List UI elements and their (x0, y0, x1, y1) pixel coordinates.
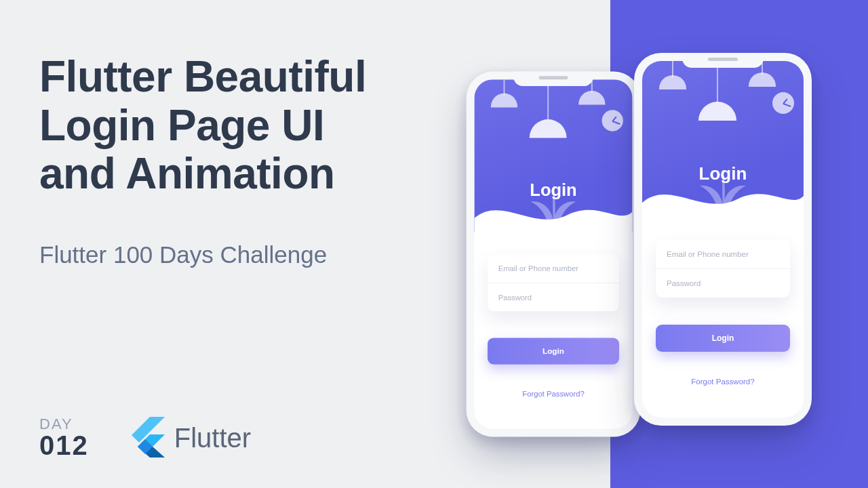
wave-divider (642, 176, 804, 218)
title-line-1: Flutter Beautiful (39, 53, 419, 102)
forgot-password-link[interactable]: Forgot Password? (488, 390, 619, 398)
subtitle: Flutter 100 Days Challenge (39, 241, 327, 268)
login-hero: Login (642, 61, 804, 217)
lamp-icon (672, 61, 673, 77)
login-button[interactable]: Login (488, 338, 619, 364)
phone-screen: Login Email or Phone number Password Log… (642, 61, 804, 418)
forgot-password-link[interactable]: Forgot Password? (656, 378, 790, 386)
phone-mockup-front: Login Email or Phone number Password Log… (634, 53, 812, 426)
day-number: 012 (39, 430, 89, 461)
password-field[interactable]: Password (656, 269, 790, 298)
flutter-logo-icon (130, 417, 165, 460)
main-title: Flutter Beautiful Login Page UI and Anim… (39, 53, 419, 199)
lamp-icon (504, 79, 505, 96)
thumbnail-canvas: Flutter Beautiful Login Page UI and Anim… (0, 0, 868, 488)
flutter-wordmark: Flutter (174, 423, 251, 453)
login-form: Email or Phone number Password Login For… (642, 217, 804, 386)
clock-icon (772, 92, 794, 114)
title-line-2: Login Page UI (39, 102, 419, 150)
login-button[interactable]: Login (656, 325, 790, 352)
input-card: Email or Phone number Password (656, 240, 790, 298)
clock-icon (602, 110, 623, 131)
day-counter: DAY 012 (39, 415, 89, 461)
flutter-brand: Flutter (130, 417, 251, 460)
wave-divider (474, 192, 632, 233)
title-line-3: and Animation (39, 150, 419, 199)
login-hero: Login (474, 79, 632, 232)
email-field[interactable]: Email or Phone number (488, 255, 619, 283)
phone-notch (513, 72, 593, 87)
input-card: Email or Phone number Password (488, 255, 619, 311)
footer-row: DAY 012 Flutter (39, 415, 251, 461)
password-field[interactable]: Password (488, 283, 619, 311)
phone-screen: Login Email or Phone number Password Log… (474, 79, 632, 428)
phone-notch (682, 53, 764, 68)
email-field[interactable]: Email or Phone number (656, 240, 790, 269)
login-form: Email or Phone number Password Login For… (474, 232, 632, 398)
phone-mockup-back: Login Email or Phone number Password Log… (467, 72, 641, 437)
